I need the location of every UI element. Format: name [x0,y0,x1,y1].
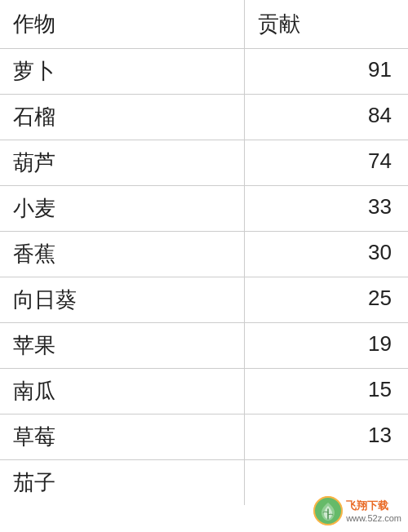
header-crop: 作物 [0,0,245,48]
table-body: 萝卜91石榴84葫芦74小麦33香蕉30向日葵25苹果19南瓜15草莓13茄子 [0,49,408,505]
cell-contribution: 30 [245,232,408,277]
table-row: 苹果19 [0,323,408,369]
cell-contribution: 84 [245,95,408,140]
table-row: 小麦33 [0,186,408,232]
table-row: 葫芦74 [0,140,408,186]
cell-crop: 萝卜 [0,49,245,94]
table-row: 香蕉30 [0,232,408,277]
cell-contribution: 33 [245,186,408,231]
cell-crop: 石榴 [0,95,245,140]
table-row: 石榴84 [0,95,408,140]
cell-contribution: 19 [245,323,408,368]
cell-contribution: 15 [245,369,408,414]
cell-contribution: 74 [245,140,408,185]
cell-crop: 向日葵 [0,277,245,322]
cell-contribution: 91 [245,49,408,94]
main-table: 作物 贡献 萝卜91石榴84葫芦74小麦33香蕉30向日葵25苹果19南瓜15草… [0,0,408,532]
table-row: 草莓13 [0,415,408,460]
header-contribution: 贡献 [245,0,408,48]
cell-crop: 小麦 [0,186,245,231]
cell-contribution: 13 [245,415,408,459]
table-row: 南瓜15 [0,369,408,415]
cell-crop: 草莓 [0,415,245,459]
table-row: 萝卜91 [0,49,408,95]
watermark-text: 飞翔下载 www.52z.com [346,499,401,523]
cell-crop: 苹果 [0,323,245,368]
table-header: 作物 贡献 [0,0,408,49]
cell-crop: 南瓜 [0,369,245,414]
cell-contribution: 25 [245,277,408,322]
cell-crop: 茄子 [0,460,245,505]
table-row: 向日葵25 [0,277,408,323]
watermark: 飞翔下载 www.52z.com [313,496,401,525]
watermark-logo-icon [313,496,343,525]
cell-crop: 香蕉 [0,232,245,277]
cell-crop: 葫芦 [0,140,245,185]
